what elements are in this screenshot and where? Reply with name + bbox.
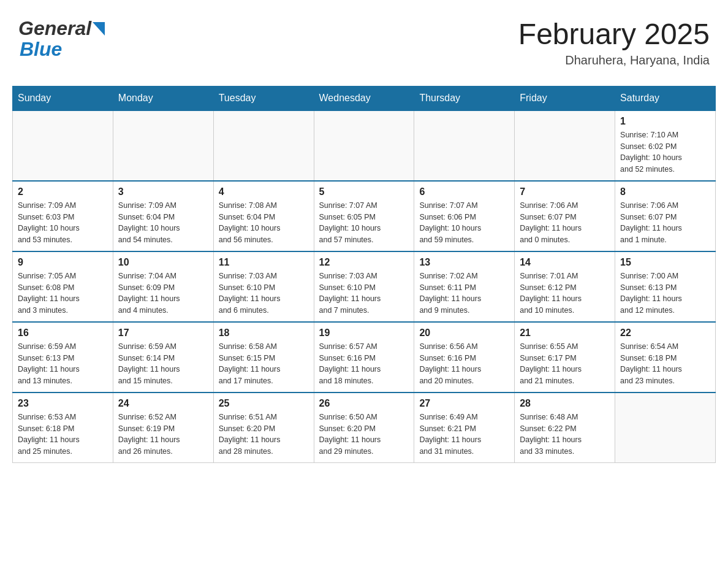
day-number: 17 xyxy=(118,327,208,339)
day-info-line: and 6 minutes. xyxy=(219,305,309,316)
day-cell: 14Sunrise: 7:01 AMSunset: 6:12 PMDayligh… xyxy=(515,251,615,322)
day-cell: 12Sunrise: 7:03 AMSunset: 6:10 PMDayligh… xyxy=(314,251,414,322)
day-number: 9 xyxy=(18,257,108,268)
day-info-line: Sunrise: 7:05 AM xyxy=(18,270,108,282)
day-info-line: Sunrise: 6:54 AM xyxy=(620,341,710,353)
day-info-line: Daylight: 11 hours xyxy=(620,293,710,305)
day-info-line: and 20 minutes. xyxy=(419,375,509,387)
day-cell: 4Sunrise: 7:08 AMSunset: 6:04 PMDaylight… xyxy=(213,181,314,251)
day-info-line: and 17 minutes. xyxy=(219,375,309,387)
day-number: 4 xyxy=(219,186,309,197)
day-info-line: Daylight: 11 hours xyxy=(520,293,610,305)
day-cell: 13Sunrise: 7:02 AMSunset: 6:11 PMDayligh… xyxy=(414,251,515,322)
page-header: General Blue February 2025 Dharuhera, Ha… xyxy=(12,12,716,74)
day-info-line: Daylight: 11 hours xyxy=(319,434,409,446)
day-info-line: Sunrise: 6:53 AM xyxy=(18,412,108,423)
logo-general: General xyxy=(18,18,91,38)
day-info-line: Sunset: 6:09 PM xyxy=(118,282,208,294)
day-number: 2 xyxy=(18,186,108,197)
day-number: 19 xyxy=(319,327,409,339)
day-info-line: Daylight: 11 hours xyxy=(520,223,610,234)
day-info-line: Daylight: 10 hours xyxy=(219,223,309,234)
day-info-line: Daylight: 11 hours xyxy=(419,434,509,446)
day-info-line: Daylight: 11 hours xyxy=(620,364,710,375)
day-info-line: and 13 minutes. xyxy=(18,375,108,387)
day-info-line: and 10 minutes. xyxy=(520,305,610,316)
day-info-line: and 4 minutes. xyxy=(118,305,208,316)
week-row-4: 16Sunrise: 6:59 AMSunset: 6:13 PMDayligh… xyxy=(13,322,716,393)
day-number: 25 xyxy=(219,398,309,409)
day-info-line: Sunset: 6:19 PM xyxy=(118,423,208,435)
day-info-line: Sunrise: 7:06 AM xyxy=(620,200,710,212)
day-info-line: Sunset: 6:08 PM xyxy=(18,282,108,294)
day-cell xyxy=(13,110,113,181)
logo-arrow-icon xyxy=(93,22,105,36)
day-info-line: Daylight: 10 hours xyxy=(319,223,409,234)
day-cell: 24Sunrise: 6:52 AMSunset: 6:19 PMDayligh… xyxy=(113,393,213,463)
day-number: 5 xyxy=(319,186,409,197)
weekday-header-wednesday: Wednesday xyxy=(314,86,414,110)
day-info-line: Sunrise: 7:06 AM xyxy=(520,200,610,212)
day-cell: 15Sunrise: 7:00 AMSunset: 6:13 PMDayligh… xyxy=(615,251,716,322)
day-info-line: Sunset: 6:05 PM xyxy=(319,212,409,223)
weekday-header-tuesday: Tuesday xyxy=(213,86,314,110)
day-info-line: Daylight: 10 hours xyxy=(18,223,108,234)
svg-marker-0 xyxy=(93,22,105,36)
day-cell: 2Sunrise: 7:09 AMSunset: 6:03 PMDaylight… xyxy=(13,181,113,251)
day-info-line: Sunrise: 6:57 AM xyxy=(319,341,409,353)
day-info-line: Sunrise: 6:52 AM xyxy=(118,412,208,423)
day-info-line: Daylight: 10 hours xyxy=(419,223,509,234)
day-cell: 21Sunrise: 6:55 AMSunset: 6:17 PMDayligh… xyxy=(515,322,615,393)
day-info-line: and 9 minutes. xyxy=(419,305,509,316)
day-cell: 16Sunrise: 6:59 AMSunset: 6:13 PMDayligh… xyxy=(13,322,113,393)
day-cell xyxy=(113,110,213,181)
day-number: 3 xyxy=(118,186,208,197)
day-info-line: Sunset: 6:07 PM xyxy=(520,212,610,223)
day-info-line: Sunset: 6:04 PM xyxy=(118,212,208,223)
day-info-line: Sunrise: 7:00 AM xyxy=(620,270,710,282)
day-info-line: Daylight: 11 hours xyxy=(319,293,409,305)
day-info-line: Sunrise: 6:58 AM xyxy=(219,341,309,353)
day-info-line: Daylight: 11 hours xyxy=(18,434,108,446)
day-info-line: Daylight: 11 hours xyxy=(319,364,409,375)
day-number: 14 xyxy=(520,257,610,268)
day-info-line: Daylight: 11 hours xyxy=(219,434,309,446)
day-info-line: Daylight: 10 hours xyxy=(118,223,208,234)
day-info-line: Sunrise: 7:01 AM xyxy=(520,270,610,282)
week-row-1: 1Sunrise: 7:10 AMSunset: 6:02 PMDaylight… xyxy=(13,110,716,181)
day-info-line: and 56 minutes. xyxy=(219,234,309,246)
day-info-line: and 21 minutes. xyxy=(520,375,610,387)
day-info-line: Sunrise: 7:09 AM xyxy=(118,200,208,212)
day-info-line: Sunrise: 7:03 AM xyxy=(219,270,309,282)
day-cell xyxy=(615,393,716,463)
day-info-line: and 57 minutes. xyxy=(319,234,409,246)
day-info-line: and 29 minutes. xyxy=(319,446,409,458)
day-number: 15 xyxy=(620,257,710,268)
weekday-header-monday: Monday xyxy=(113,86,213,110)
day-cell: 26Sunrise: 6:50 AMSunset: 6:20 PMDayligh… xyxy=(314,393,414,463)
day-info-line: Sunset: 6:10 PM xyxy=(219,282,309,294)
day-cell xyxy=(515,110,615,181)
day-info-line: and 18 minutes. xyxy=(319,375,409,387)
day-info-line: Sunrise: 6:59 AM xyxy=(118,341,208,353)
day-number: 22 xyxy=(620,327,710,339)
day-info-line: Sunset: 6:17 PM xyxy=(520,353,610,364)
day-info-line: Daylight: 11 hours xyxy=(419,293,509,305)
week-row-2: 2Sunrise: 7:09 AMSunset: 6:03 PMDaylight… xyxy=(13,181,716,251)
day-info-line: and 23 minutes. xyxy=(620,375,710,387)
day-info-line: Sunset: 6:15 PM xyxy=(219,353,309,364)
day-info-line: Sunset: 6:16 PM xyxy=(319,353,409,364)
day-info-line: and 25 minutes. xyxy=(18,446,108,458)
day-info-line: Sunset: 6:18 PM xyxy=(620,353,710,364)
day-number: 11 xyxy=(219,257,309,268)
day-info-line: Daylight: 11 hours xyxy=(18,293,108,305)
day-info-line: Daylight: 11 hours xyxy=(520,434,610,446)
day-info-line: Sunrise: 6:55 AM xyxy=(520,341,610,353)
day-info-line: Sunset: 6:03 PM xyxy=(18,212,108,223)
day-info-line: and 53 minutes. xyxy=(18,234,108,246)
day-cell: 20Sunrise: 6:56 AMSunset: 6:16 PMDayligh… xyxy=(414,322,515,393)
day-info-line: Sunset: 6:14 PM xyxy=(118,353,208,364)
day-info-line: Sunrise: 7:03 AM xyxy=(319,270,409,282)
day-info-line: Sunset: 6:10 PM xyxy=(319,282,409,294)
day-cell: 22Sunrise: 6:54 AMSunset: 6:18 PMDayligh… xyxy=(615,322,716,393)
